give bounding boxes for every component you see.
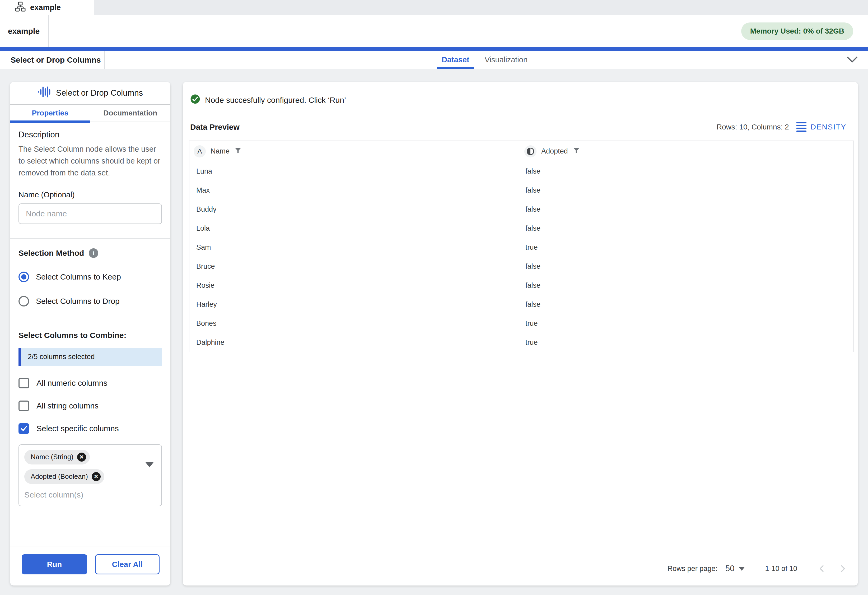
description-text: The Select Column node allows the user t… — [19, 143, 162, 179]
view-tabs: Dataset Visualization — [442, 51, 527, 69]
memory-usage-badge: Memory Used: 0% of 32GB — [741, 22, 853, 40]
column-multiselect[interactable]: Name (String) ✕ Adopted (Boolean) ✕ Sele… — [19, 444, 162, 506]
clear-all-button[interactable]: Clear All — [95, 554, 159, 574]
page-range-label: 1-10 of 10 — [765, 565, 797, 573]
checkbox-label: All numeric columns — [37, 379, 107, 388]
content-area: Select or Drop Columns Properties Docume… — [0, 69, 868, 595]
radio-label: Select Columns to Drop — [36, 297, 120, 306]
table-row: Bones true — [189, 314, 853, 333]
project-name: example — [0, 15, 49, 47]
node-name-input[interactable] — [19, 204, 162, 224]
cell-adopted: false — [518, 300, 540, 309]
cell-adopted: true — [518, 243, 538, 251]
chevron-right-icon[interactable] — [838, 564, 847, 573]
table-row: Max false — [189, 181, 853, 200]
cell-adopted: false — [518, 167, 540, 176]
selection-method-heading: Selection Method i — [19, 248, 162, 258]
panel-header: Select or Drop Columns — [10, 82, 170, 105]
tab-dataset[interactable]: Dataset — [442, 51, 469, 69]
boolean-type-icon — [524, 145, 536, 158]
chip-label: Adopted (Boolean) — [31, 472, 88, 481]
remove-icon[interactable]: ✕ — [92, 472, 100, 481]
filter-icon[interactable] — [234, 147, 242, 156]
density-toggle[interactable]: DENSITY — [796, 122, 846, 132]
rows-per-page-label: Rows per page: — [667, 565, 717, 573]
panel-footer: Run Clear All — [10, 546, 170, 586]
node-toolbar: Select or Drop Columns Dataset Visualiza… — [0, 51, 868, 69]
radio-select-columns-to-drop[interactable]: Select Columns to Drop — [19, 296, 162, 307]
checkbox-label: All string columns — [37, 401, 99, 410]
cell-name: Bruce — [189, 262, 518, 270]
tab-documentation[interactable]: Documentation — [90, 105, 171, 121]
checkbox-select-specific-columns[interactable]: Select specific columns — [19, 423, 162, 434]
waveform-icon — [37, 85, 51, 101]
tab-visualization[interactable]: Visualization — [485, 51, 527, 69]
page-nav — [817, 564, 847, 573]
preview-header-row: Data Preview Rows: 10, Columns: 2 DENSIT… — [190, 122, 846, 132]
column-header-adopted[interactable]: Adopted — [518, 141, 853, 162]
app-header: example Memory Used: 0% of 32GB — [0, 15, 868, 47]
checkbox-all-string-columns[interactable]: All string columns — [19, 400, 162, 411]
density-label: DENSITY — [811, 123, 846, 131]
check-circle-icon — [190, 94, 200, 106]
checkbox-all-numeric-columns[interactable]: All numeric columns — [19, 378, 162, 388]
chip-adopted-boolean[interactable]: Adopted (Boolean) ✕ — [24, 469, 104, 484]
cell-name: Bones — [189, 319, 518, 328]
divider — [10, 321, 170, 321]
rows-per-page-select[interactable]: 50 — [725, 564, 745, 573]
selection-method-label: Selection Method — [19, 249, 84, 258]
cell-adopted: false — [518, 224, 540, 232]
table-row: Lola false — [189, 219, 853, 238]
rows-columns-summary: Rows: 10, Columns: 2 — [717, 123, 789, 131]
status-row: Node succesfully configured. Click ‘Run’ — [190, 94, 850, 106]
selected-chips: Name (String) ✕ Adopted (Boolean) ✕ — [24, 450, 156, 484]
browser-tab-title: example — [30, 3, 61, 12]
cell-adopted: true — [518, 338, 538, 347]
dropdown-caret-icon — [738, 567, 745, 571]
radio-selected-icon — [19, 272, 29, 282]
accent-progress-bar — [0, 47, 868, 51]
data-preview-panel: Node succesfully configured. Click ‘Run’… — [183, 82, 858, 586]
panel-title: Select or Drop Columns — [56, 88, 143, 98]
pagination-bar: Rows per page: 50 1-10 of 10 — [183, 564, 858, 586]
radio-select-columns-to-keep[interactable]: Select Columns to Keep — [19, 272, 162, 282]
name-field-label: Name (Optional) — [19, 190, 162, 199]
checkbox-label: Select specific columns — [37, 424, 119, 433]
cell-name: Luna — [189, 167, 518, 176]
tab-properties[interactable]: Properties — [10, 105, 90, 121]
chip-label: Name (String) — [31, 453, 74, 461]
table-row: Dalphine true — [189, 333, 853, 352]
divider — [10, 238, 170, 239]
remove-icon[interactable]: ✕ — [77, 453, 86, 462]
cell-name: Sam — [189, 243, 518, 251]
column-header-label: Name — [211, 147, 230, 155]
column-header-name[interactable]: A Name — [189, 141, 518, 162]
checkbox-checked-icon — [19, 423, 29, 434]
info-icon[interactable]: i — [89, 248, 98, 258]
dropdown-caret-icon[interactable] — [146, 462, 154, 467]
cell-adopted: false — [518, 205, 540, 214]
table-row: Luna false — [189, 162, 853, 181]
checkbox-unchecked-icon — [19, 378, 29, 388]
workflow-icon — [15, 1, 26, 13]
table-header-row: A Name Adopted — [189, 141, 853, 162]
table-row: Sam true — [189, 238, 853, 257]
cell-name: Buddy — [189, 205, 518, 214]
panel-body: Description The Select Column node allow… — [10, 122, 170, 546]
chevron-left-icon[interactable] — [817, 564, 827, 573]
browser-tab[interactable]: example — [0, 0, 94, 15]
cell-name: Harley — [189, 300, 518, 309]
run-button[interactable]: Run — [22, 554, 87, 574]
cell-adopted: true — [518, 319, 538, 328]
data-table: A Name Adopted Luna false — [189, 140, 854, 352]
density-icon — [796, 122, 806, 132]
column-header-label: Adopted — [541, 147, 568, 155]
radio-unselected-icon — [19, 296, 29, 307]
rows-per-page-value: 50 — [725, 564, 734, 573]
collapse-chevron-down-icon[interactable] — [846, 56, 858, 64]
chip-name-string[interactable]: Name (String) ✕ — [24, 450, 90, 465]
filter-icon[interactable] — [573, 147, 580, 156]
table-row: Buddy false — [189, 200, 853, 219]
combine-heading: Select Columns to Combine: — [19, 331, 162, 340]
cell-name: Rosie — [189, 281, 518, 289]
